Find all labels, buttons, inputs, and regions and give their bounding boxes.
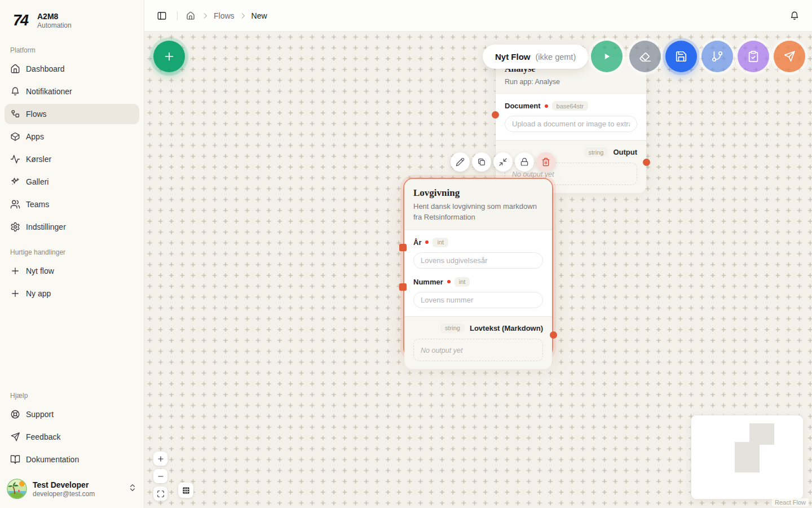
brand-logo-icon: 74 xyxy=(9,9,32,32)
react-flow-attribution: React Flow xyxy=(772,498,809,506)
toggle-grid-button[interactable] xyxy=(178,483,193,498)
sidebar-item-korsler[interactable]: Kørsler xyxy=(5,149,139,169)
output-label: Output xyxy=(613,148,637,156)
flow-title-pill: Nyt Flow (ikke gemt) xyxy=(483,45,588,69)
help-section: Hjælp Support Feedback Dokumentation xyxy=(0,383,144,508)
git-branch-icon xyxy=(711,50,723,63)
user-name: Test Developer xyxy=(33,480,122,489)
output-handle[interactable] xyxy=(643,159,650,166)
year-input[interactable] xyxy=(421,256,536,265)
chevron-right-icon xyxy=(239,12,247,20)
required-dot xyxy=(425,240,429,244)
field-label: Nummer xyxy=(413,278,443,286)
sidebar-item-ny-app[interactable]: Ny app xyxy=(5,283,139,304)
clear-canvas-button[interactable] xyxy=(629,41,661,72)
save-flow-button[interactable] xyxy=(665,41,697,72)
field-label: År xyxy=(413,238,421,247)
fit-view-button[interactable] xyxy=(153,487,167,501)
add-node-button[interactable] xyxy=(153,41,185,72)
sidebar-item-label: Flows xyxy=(26,110,47,119)
sidebar-item-label: Notifikationer xyxy=(26,87,72,96)
workflow-icon xyxy=(10,109,20,119)
node-description: Hent dansk lovgivning som markdown fra R… xyxy=(413,202,543,223)
breadcrumb-flows[interactable]: Flows xyxy=(214,11,235,20)
flow-status: (ikke gemt) xyxy=(536,52,576,62)
lock-node-button[interactable] xyxy=(515,152,534,172)
delete-node-button[interactable] xyxy=(536,152,555,172)
breadcrumb-new: New xyxy=(251,11,267,20)
box-icon xyxy=(10,132,20,142)
sparkles-icon xyxy=(10,177,20,187)
maximize-icon xyxy=(157,490,165,498)
clipboard-button[interactable] xyxy=(738,41,769,72)
sidebar-item-label: Feedback xyxy=(26,432,60,441)
eraser-icon xyxy=(639,50,651,63)
sidebar-item-galleri[interactable]: Galleri xyxy=(5,172,139,192)
sidebar-item-teams[interactable]: Teams xyxy=(5,194,139,214)
sidebar-item-apps[interactable]: Apps xyxy=(5,126,139,147)
user-email: developer@test.com xyxy=(33,490,122,498)
flow-title: Nyt Flow xyxy=(495,52,531,62)
bell-icon xyxy=(789,11,800,21)
send-icon xyxy=(10,432,20,442)
collapse-node-button[interactable] xyxy=(493,152,513,172)
sidebar-item-indstillinger[interactable]: Indstillinger xyxy=(5,217,139,237)
edit-node-button[interactable] xyxy=(451,152,470,172)
zoom-in-button[interactable] xyxy=(153,452,167,466)
panel-left-icon xyxy=(157,11,167,21)
section-label-hurtige-handlinger: Hurtige handlinger xyxy=(0,248,144,256)
activity-icon xyxy=(10,154,20,164)
sidebar-item-label: Apps xyxy=(26,132,44,141)
sidebar-item-nyt-flow[interactable]: Nyt flow xyxy=(5,261,139,281)
user-menu[interactable]: Test Developer developer@test.com xyxy=(0,472,144,508)
required-dot xyxy=(545,104,548,108)
output-handle[interactable] xyxy=(550,331,557,339)
number-input[interactable] xyxy=(421,296,536,304)
input-handle-document[interactable] xyxy=(492,111,499,119)
sidebar-item-label: Teams xyxy=(26,200,49,209)
brand-tagline: Automation xyxy=(37,21,72,29)
quick-actions-nav: Nyt flow Ny app xyxy=(0,261,144,306)
sidebar-item-support[interactable]: Support xyxy=(5,404,139,424)
sidebar-item-dashboard[interactable]: Dashboard xyxy=(5,59,139,79)
year-field[interactable] xyxy=(413,252,543,269)
breadcrumb-home-link[interactable] xyxy=(184,7,197,24)
input-handle-ar[interactable] xyxy=(399,244,407,251)
node-lovgivning[interactable]: Lovgivning Hent dansk lovgivning som mar… xyxy=(403,178,553,358)
publish-button[interactable] xyxy=(774,41,805,72)
platform-nav: Dashboard Notifikationer Flows Apps Kørs… xyxy=(0,59,144,239)
sidebar-item-label: Galleri xyxy=(26,177,48,186)
bell-icon xyxy=(10,86,20,97)
minimap[interactable] xyxy=(691,415,804,500)
run-flow-button[interactable] xyxy=(591,41,623,72)
home-icon xyxy=(10,64,20,74)
node-toolbar xyxy=(451,152,555,172)
flow-canvas[interactable]: Analyse Run app: Analyse Document base64… xyxy=(144,32,812,508)
send-icon xyxy=(783,50,796,63)
number-field[interactable] xyxy=(413,292,543,308)
input-handle-nummer[interactable] xyxy=(399,283,407,291)
pencil-icon xyxy=(456,157,465,167)
node-header: Lovgivning Hent dansk lovgivning som mar… xyxy=(404,179,552,230)
required-dot xyxy=(447,280,451,283)
zoom-out-button[interactable] xyxy=(153,469,167,483)
notifications-button[interactable] xyxy=(786,7,803,24)
type-badge: base64str xyxy=(552,101,588,111)
sidebar-item-dokumentation[interactable]: Dokumentation xyxy=(5,449,139,470)
sidebar-item-flows[interactable]: Flows xyxy=(5,104,139,124)
plus-icon xyxy=(157,455,165,463)
plus-icon xyxy=(10,288,20,299)
document-upload-input[interactable] xyxy=(512,120,630,128)
sidebar-item-label: Nyt flow xyxy=(26,266,54,275)
sidebar-toggle-button[interactable] xyxy=(153,7,170,24)
section-label-platform: Platform xyxy=(0,46,144,54)
duplicate-node-button[interactable] xyxy=(472,152,491,172)
sidebar-item-label: Dokumentation xyxy=(26,455,79,464)
sidebar-item-feedback[interactable]: Feedback xyxy=(5,427,139,447)
sidebar-item-notifikationer[interactable]: Notifikationer xyxy=(5,81,139,102)
branch-button[interactable] xyxy=(701,41,733,72)
type-badge: string xyxy=(584,147,608,157)
home-icon xyxy=(186,11,195,20)
document-upload-field[interactable] xyxy=(505,116,637,132)
node-title: Lovgivning xyxy=(413,187,543,199)
